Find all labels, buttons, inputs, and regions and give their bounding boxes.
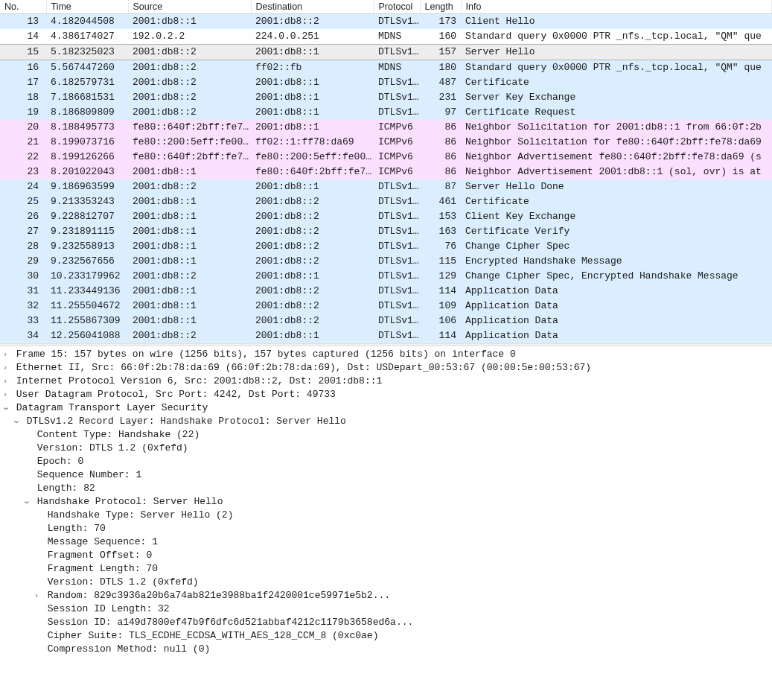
packet-row[interactable]: 3412.2560410882001:db8::22001:db8::1DTLS…: [0, 328, 772, 343]
details-text: Internet Protocol Version 6, Src: 2001:d…: [10, 375, 382, 388]
details-line[interactable]: Version: DTLS 1.2 (0xfefd): [0, 442, 772, 455]
details-line[interactable]: Internet Protocol Version 6, Src: 2001:d…: [0, 375, 772, 388]
details-line[interactable]: Random: 829c3936a20b6a74ab821e3988ba1f24…: [0, 589, 772, 602]
cell-time: 5.567447260: [46, 60, 128, 76]
packet-row[interactable]: 176.1825797312001:db8::22001:db8::1DTLSv…: [0, 75, 772, 90]
details-line[interactable]: Length: 82: [0, 482, 772, 495]
cell-length: 109: [420, 299, 461, 314]
packet-details-pane[interactable]: Frame 15: 157 bytes on wire (1256 bits),…: [0, 346, 772, 662]
details-line[interactable]: Ethernet II, Src: 66:0f:2b:78:da:69 (66:…: [0, 361, 772, 375]
details-text: Datagram Transport Layer Security: [10, 401, 208, 415]
cell-source: 2001:db8::2: [128, 105, 251, 120]
details-line[interactable]: Fragment Length: 70: [0, 562, 772, 576]
packet-row[interactable]: 134.1820445082001:db8::12001:db8::2DTLSv…: [0, 14, 772, 30]
details-line[interactable]: Sequence Number: 1: [0, 468, 772, 482]
packet-row[interactable]: 3311.2558673092001:db8::12001:db8::2DTLS…: [0, 314, 772, 328]
packet-row[interactable]: 155.1823250232001:db8::22001:db8::1DTLSv…: [0, 45, 772, 60]
cell-destination: ff02::1:ff78:da69: [251, 135, 374, 150]
packet-row[interactable]: 289.2325589132001:db8::12001:db8::2DTLSv…: [0, 239, 772, 254]
cell-source: 2001:db8::1: [128, 165, 251, 179]
details-line[interactable]: Compression Method: null (0): [0, 643, 772, 656]
header-protocol[interactable]: Protocol: [374, 0, 420, 14]
cell-info: Change Cipher Spec: [461, 239, 772, 254]
cell-time: 4.182044508: [46, 14, 128, 30]
cell-destination: 2001:db8::2: [251, 299, 374, 314]
packet-row[interactable]: 249.1869635992001:db8::22001:db8::1DTLSv…: [0, 179, 772, 194]
packet-row[interactable]: 3010.2331799622001:db8::22001:db8::1DTLS…: [0, 269, 772, 284]
details-line[interactable]: Datagram Transport Layer Security: [0, 401, 772, 415]
packet-row[interactable]: 218.199073716fe80::200:5eff:fe00…ff02::1…: [0, 135, 772, 150]
tree-collapsed-icon[interactable]: [0, 361, 10, 375]
tree-expanded-icon[interactable]: [0, 401, 10, 415]
tree-collapsed-icon[interactable]: [0, 375, 10, 388]
packet-row[interactable]: 208.188495773fe80::640f:2bff:fe7…2001:db…: [0, 120, 772, 135]
cell-protocol: MDNS: [374, 60, 420, 76]
cell-length: 86: [420, 150, 461, 165]
packet-row[interactable]: 3111.2334491362001:db8::12001:db8::2DTLS…: [0, 284, 772, 299]
packet-list-table[interactable]: No. Time Source Destination Protocol Len…: [0, 0, 772, 343]
details-text: Fragment Offset: 0: [42, 549, 152, 562]
details-line[interactable]: Handshake Type: Server Hello (2): [0, 509, 772, 522]
header-no[interactable]: No.: [0, 0, 46, 14]
cell-protocol: DTLSv1…: [374, 314, 420, 328]
cell-length: 114: [420, 328, 461, 343]
packet-row[interactable]: 228.199126266fe80::640f:2bff:fe7…fe80::2…: [0, 150, 772, 165]
packet-row[interactable]: 259.2133532432001:db8::12001:db8::2DTLSv…: [0, 194, 772, 209]
packet-row[interactable]: 238.2010220432001:db8::1fe80::640f:2bff:…: [0, 165, 772, 179]
details-text: Handshake Protocol: Server Hello: [31, 495, 223, 509]
cell-length: 86: [420, 120, 461, 135]
header-info[interactable]: Info: [461, 0, 772, 14]
details-line[interactable]: Session ID: a149d7800ef47b9f6dfc6d521abb…: [0, 616, 772, 629]
cell-destination: 2001:db8::2: [251, 14, 374, 30]
packet-row[interactable]: 198.1868098092001:db8::22001:db8::1DTLSv…: [0, 105, 772, 120]
header-length[interactable]: Length: [420, 0, 461, 14]
details-line[interactable]: Frame 15: 157 bytes on wire (1256 bits),…: [0, 348, 772, 361]
cell-no: 27: [0, 224, 46, 239]
cell-protocol: DTLSv1…: [374, 90, 420, 105]
details-text: Fragment Length: 70: [42, 562, 158, 576]
details-line[interactable]: Cipher Suite: TLS_ECDHE_ECDSA_WITH_AES_1…: [0, 629, 772, 643]
cell-time: 9.232567656: [46, 254, 128, 269]
details-text: Epoch: 0: [31, 455, 83, 468]
details-line[interactable]: Session ID Length: 32: [0, 602, 772, 616]
packet-row[interactable]: 187.1866815312001:db8::22001:db8::1DTLSv…: [0, 90, 772, 105]
cell-no: 21: [0, 135, 46, 150]
details-text: Handshake Type: Server Hello (2): [42, 509, 233, 522]
cell-protocol: DTLSv1…: [374, 284, 420, 299]
tree-collapsed-icon[interactable]: [31, 589, 42, 602]
tree-expanded-icon[interactable]: [21, 495, 31, 509]
header-time[interactable]: Time: [46, 0, 128, 14]
details-line[interactable]: DTLSv1.2 Record Layer: Handshake Protoco…: [0, 415, 772, 428]
details-text: Random: 829c3936a20b6a74ab821e3988ba1f24…: [42, 589, 390, 602]
cell-protocol: DTLSv1…: [374, 299, 420, 314]
cell-destination: 224.0.0.251: [251, 29, 374, 45]
cell-length: 180: [420, 60, 461, 76]
cell-info: Standard query 0x0000 PTR _nfs._tcp.loca…: [461, 60, 772, 76]
details-line[interactable]: Version: DTLS 1.2 (0xfefd): [0, 576, 772, 589]
details-line[interactable]: Epoch: 0: [0, 455, 772, 468]
cell-info: Certificate: [461, 194, 772, 209]
cell-length: 231: [420, 90, 461, 105]
cell-protocol: DTLSv1…: [374, 194, 420, 209]
details-line[interactable]: Content Type: Handshake (22): [0, 428, 772, 442]
packet-row[interactable]: 279.2318911152001:db8::12001:db8::2DTLSv…: [0, 224, 772, 239]
tree-expanded-icon[interactable]: [10, 415, 21, 428]
tree-collapsed-icon[interactable]: [0, 348, 10, 361]
cell-no: 31: [0, 284, 46, 299]
cell-source: fe80::640f:2bff:fe7…: [128, 120, 251, 135]
details-line[interactable]: Handshake Protocol: Server Hello: [0, 495, 772, 509]
details-line[interactable]: Message Sequence: 1: [0, 535, 772, 549]
packet-row[interactable]: 3211.2555046722001:db8::12001:db8::2DTLS…: [0, 299, 772, 314]
packet-row[interactable]: 269.2288127072001:db8::12001:db8::2DTLSv…: [0, 209, 772, 224]
cell-destination: 2001:db8::2: [251, 209, 374, 224]
packet-row[interactable]: 299.2325676562001:db8::12001:db8::2DTLSv…: [0, 254, 772, 269]
details-line[interactable]: Length: 70: [0, 522, 772, 535]
header-destination[interactable]: Destination: [251, 0, 374, 14]
packet-row[interactable]: 165.5674472602001:db8::2ff02::fbMDNS180S…: [0, 60, 772, 76]
details-line[interactable]: Fragment Offset: 0: [0, 549, 772, 562]
cell-protocol: DTLSv1…: [374, 209, 420, 224]
header-source[interactable]: Source: [128, 0, 251, 14]
details-line[interactable]: User Datagram Protocol, Src Port: 4242, …: [0, 388, 772, 401]
packet-row[interactable]: 144.386174027192.0.2.2224.0.0.251MDNS160…: [0, 29, 772, 45]
details-text: Message Sequence: 1: [42, 535, 158, 549]
